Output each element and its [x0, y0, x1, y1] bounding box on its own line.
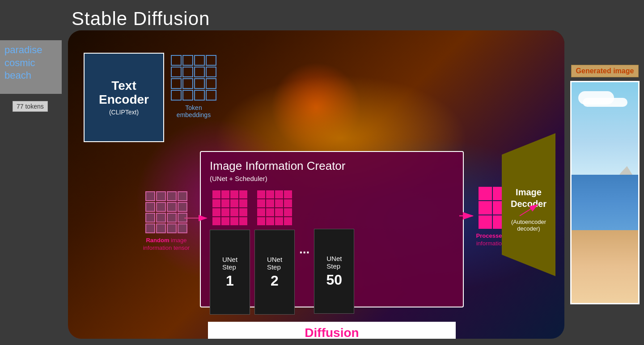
random-cell: [145, 202, 155, 212]
grid-cell: [206, 55, 216, 66]
image-info-subtitle: (UNet + Scheduler): [201, 175, 463, 187]
unet1-input-grid: [212, 190, 247, 225]
image-info-creator-box: Image Information Creator (UNet + Schedu…: [200, 151, 464, 307]
random-cell: [167, 213, 177, 223]
grid-cell: [194, 67, 205, 77]
unet2-input-grid: [257, 190, 292, 225]
prompt-box: paradisecosmicbeach: [0, 40, 62, 94]
random-cell: [156, 202, 166, 212]
random-cell: [178, 202, 187, 212]
unet-step-50-label: UNetStep: [326, 255, 342, 270]
generated-image-frame: [570, 81, 640, 304]
random-cell: [167, 202, 177, 212]
token-embeddings-grid: Tokenembeddings: [171, 55, 216, 118]
unet-step-1-label: UNetStep: [222, 256, 237, 271]
random-cell: [178, 191, 187, 201]
unet-step-2-label: UNetStep: [267, 256, 282, 271]
random-cell: [167, 191, 177, 201]
unet-step-50-container: UNetStep 50: [314, 191, 354, 314]
generated-image-label: Generated image: [571, 65, 639, 77]
random-cell: [156, 191, 166, 201]
grid-cell: [182, 78, 193, 89]
image-decoder-shape: ImageDecoder (Autoencoderdecoder): [502, 133, 555, 276]
grid-cell: [194, 90, 205, 101]
generated-image-sand: [572, 230, 638, 303]
random-image-tensor: Random image information tensor: [140, 191, 193, 252]
dots-separator: ···: [299, 245, 309, 260]
random-cell: [156, 213, 166, 223]
image-decoder-title: ImageDecoder: [506, 177, 551, 219]
token-grid-label: Tokenembeddings: [171, 104, 216, 118]
unet-step-1-container: UNetStep 1: [210, 190, 250, 315]
random-cell: [145, 223, 155, 233]
random-cell: [145, 213, 155, 223]
grid-cell: [194, 78, 205, 89]
random-cell: [178, 223, 187, 233]
unet-step-2-number: 2: [271, 273, 279, 289]
grid-cells: [171, 55, 216, 101]
image-decoder-subtitle: (Autoencoderdecoder): [511, 219, 546, 232]
grid-cell: [206, 67, 216, 77]
generated-image-area: Generated image: [570, 65, 640, 304]
unet-step-50-number: 50: [326, 272, 343, 288]
random-cell: [178, 213, 187, 223]
left-sidebar: paradisecosmicbeach 77 tokens: [0, 40, 66, 112]
random-cell: [145, 191, 155, 201]
grid-cell: [171, 90, 182, 101]
grid-cell: [206, 78, 216, 89]
grid-cell: [182, 90, 193, 101]
grid-cell: [171, 67, 182, 77]
unet-step-1-number: 1: [226, 273, 234, 289]
grid-cell: [182, 67, 193, 77]
grid-cell: [182, 55, 193, 66]
random-cell: [167, 223, 177, 233]
generated-image-cloud2: [583, 98, 627, 107]
unet-step-2-box: UNetStep 2: [254, 230, 295, 315]
unet-steps-row: UNetStep 1: [201, 187, 463, 318]
random-tensor-grid: [145, 191, 187, 233]
generated-image-sea: [572, 175, 638, 230]
unet-step-1-box: UNetStep 1: [210, 230, 250, 315]
grid-cell: [171, 55, 182, 66]
main-diagram: TextEncoder (CLIPText) Tokenembeddings: [68, 30, 564, 339]
text-encoder-title: TextEncoder: [99, 79, 149, 107]
random-tensor-label: Random image information tensor: [140, 237, 193, 252]
diffusion-bar: Diffusion: [208, 322, 456, 339]
unet-step-2-container: UNetStep 2: [254, 190, 295, 315]
random-cell: [156, 223, 166, 233]
tokens-badge: 77 tokens: [13, 101, 48, 112]
grid-cell: [171, 78, 182, 89]
unet-step-50-box: UNetStep 50: [314, 229, 354, 314]
text-encoder-box: TextEncoder (CLIPText): [84, 53, 164, 142]
page-title: Stable Diffusion: [72, 8, 210, 29]
text-encoder-subtitle: (CLIPText): [109, 109, 139, 116]
grid-cell: [194, 55, 205, 66]
diffusion-text: Diffusion: [305, 326, 359, 339]
image-info-title: Image Information Creator: [201, 152, 463, 175]
grid-cell: [206, 90, 216, 101]
